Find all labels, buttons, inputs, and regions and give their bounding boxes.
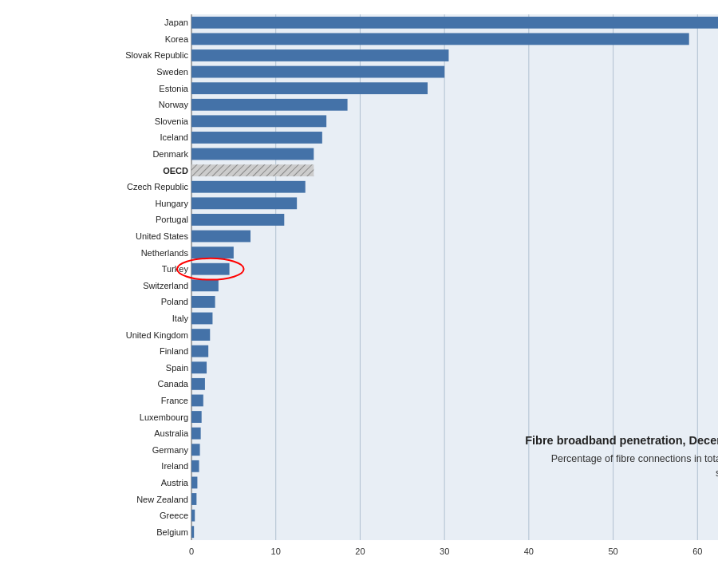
svg-rect-72: [191, 444, 200, 456]
svg-rect-32: [191, 115, 326, 127]
svg-text:Switzerland: Switzerland: [143, 281, 188, 290]
svg-rect-42: [191, 197, 297, 209]
svg-text:60: 60: [692, 547, 702, 556]
svg-text:Canada: Canada: [157, 379, 188, 389]
svg-text:Hungary: Hungary: [155, 199, 188, 208]
svg-text:Spain: Spain: [166, 363, 188, 373]
svg-text:OECD: OECD: [163, 166, 188, 176]
svg-rect-56: [191, 313, 212, 325]
svg-text:Austria: Austria: [161, 478, 189, 487]
svg-text:Norway: Norway: [159, 100, 189, 109]
svg-rect-70: [191, 428, 201, 440]
svg-rect-62: [191, 361, 207, 373]
svg-rect-78: [191, 493, 196, 505]
svg-text:40: 40: [524, 547, 534, 556]
svg-text:Percentage of fibre connection: Percentage of fibre connections in total…: [551, 453, 718, 464]
svg-text:Australia: Australia: [154, 428, 189, 438]
svg-rect-34: [191, 132, 322, 144]
svg-text:Sweden: Sweden: [156, 67, 188, 77]
svg-text:Netherlands: Netherlands: [141, 248, 189, 258]
svg-rect-20: [191, 17, 718, 29]
svg-rect-22: [191, 33, 689, 45]
svg-rect-60: [191, 345, 208, 357]
svg-text:Luxembourg: Luxembourg: [140, 412, 188, 422]
svg-text:50: 50: [608, 547, 617, 556]
svg-text:France: France: [161, 396, 188, 405]
svg-text:Japan: Japan: [164, 18, 188, 27]
svg-text:Poland: Poland: [161, 297, 188, 306]
svg-rect-46: [191, 231, 251, 243]
svg-text:Italy: Italy: [172, 314, 189, 323]
svg-rect-44: [191, 214, 284, 226]
svg-rect-66: [191, 395, 203, 407]
svg-rect-58: [191, 329, 210, 341]
svg-rect-24: [191, 49, 448, 61]
svg-text:Belgium: Belgium: [156, 527, 188, 537]
svg-text:10: 10: [271, 547, 281, 556]
svg-rect-64: [191, 378, 205, 390]
svg-rect-82: [191, 526, 194, 538]
svg-rect-54: [191, 296, 215, 308]
svg-text:United States: United States: [136, 231, 189, 241]
svg-text:Finland: Finland: [160, 346, 188, 356]
svg-rect-50: [191, 263, 230, 275]
svg-rect-80: [191, 510, 195, 522]
svg-text:Germany: Germany: [152, 445, 189, 455]
svg-rect-36: [191, 148, 314, 160]
svg-text:20: 20: [355, 547, 365, 556]
svg-text:Ireland: Ireland: [161, 461, 188, 471]
svg-text:30: 30: [440, 547, 449, 556]
svg-rect-76: [191, 477, 197, 489]
svg-text:Estonia: Estonia: [159, 84, 189, 93]
svg-text:New Zealand: New Zealand: [136, 495, 188, 504]
svg-text:Korea: Korea: [165, 34, 189, 44]
svg-rect-30: [191, 99, 348, 111]
svg-text:Turkey: Turkey: [162, 264, 189, 274]
svg-rect-74: [191, 460, 199, 472]
svg-text:Slovenia: Slovenia: [155, 116, 189, 126]
svg-rect-40: [191, 181, 306, 193]
svg-text:Denmark: Denmark: [152, 149, 188, 159]
svg-text:Iceland: Iceland: [160, 132, 188, 142]
svg-rect-48: [191, 247, 234, 258]
svg-text:Slovak Republic: Slovak Republic: [125, 50, 188, 60]
svg-text:Portugal: Portugal: [156, 215, 188, 224]
svg-text:Czech Republic: Czech Republic: [127, 182, 189, 191]
chart-container: 010203040506070%JapanKoreaSlovak Republi…: [0, 0, 718, 588]
svg-rect-38: [191, 164, 314, 176]
svg-rect-28: [191, 82, 428, 94]
svg-rect-52: [191, 279, 219, 291]
svg-rect-68: [191, 411, 202, 423]
svg-text:United Kingdom: United Kingdom: [126, 330, 188, 340]
svg-text:0: 0: [189, 547, 194, 556]
svg-text:Greece: Greece: [160, 511, 188, 520]
svg-rect-26: [191, 66, 444, 78]
svg-text:Fibre broadband penetration, D: Fibre broadband penetration, December 20…: [525, 434, 718, 447]
